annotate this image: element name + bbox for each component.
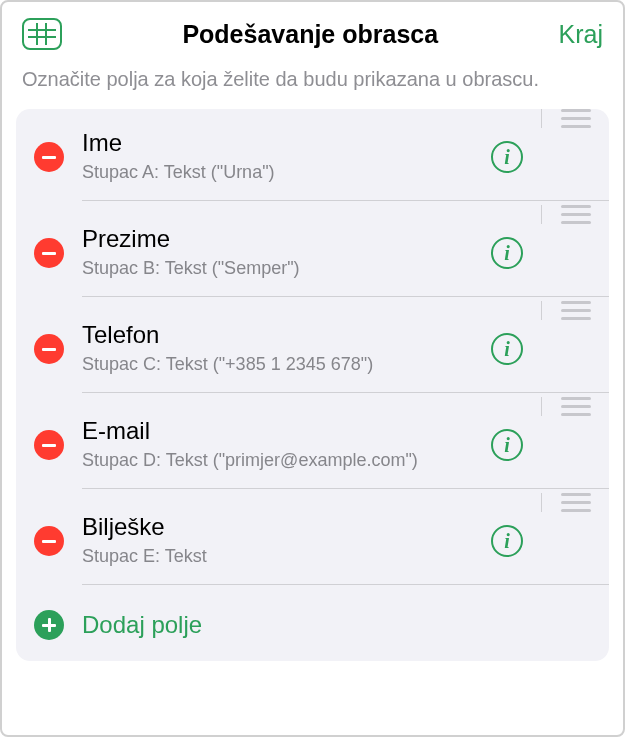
delete-button[interactable] (34, 526, 64, 556)
delete-button[interactable] (34, 142, 64, 172)
field-subtitle: Stupac A: Tekst ("Urna") (82, 161, 491, 184)
drag-handle-icon (561, 493, 591, 512)
field-subtitle: Stupac E: Tekst (82, 545, 491, 568)
field-row: E-mail Stupac D: Tekst ("primjer@example… (16, 397, 609, 493)
drag-handle[interactable] (541, 109, 609, 128)
drag-handle-icon (561, 397, 591, 416)
drag-handle[interactable] (541, 493, 609, 512)
add-field-button[interactable]: Dodaj polje (16, 589, 609, 661)
field-row: Telefon Stupac C: Tekst ("+385 1 2345 67… (16, 301, 609, 397)
table-icon-svg (28, 23, 56, 45)
field-content[interactable]: Ime Stupac A: Tekst ("Urna") (82, 113, 491, 200)
field-content[interactable]: E-mail Stupac D: Tekst ("primjer@example… (82, 401, 491, 488)
info-icon[interactable]: i (491, 525, 523, 557)
plus-icon (34, 610, 64, 640)
table-icon[interactable] (22, 18, 62, 50)
field-content[interactable]: Bilješke Stupac E: Tekst (82, 497, 491, 584)
info-icon[interactable]: i (491, 237, 523, 269)
field-row: Bilješke Stupac E: Tekst i (16, 493, 609, 589)
field-title: Telefon (82, 321, 491, 349)
field-subtitle: Stupac C: Tekst ("+385 1 2345 678") (82, 353, 491, 376)
field-subtitle: Stupac B: Tekst ("Semper") (82, 257, 491, 280)
header-toolbar: Podešavanje obrasca Kraj (2, 2, 623, 58)
field-row: Ime Stupac A: Tekst ("Urna") i (16, 109, 609, 205)
info-icon[interactable]: i (491, 333, 523, 365)
field-title: Prezime (82, 225, 491, 253)
info-icon[interactable]: i (491, 141, 523, 173)
field-content[interactable]: Telefon Stupac C: Tekst ("+385 1 2345 67… (82, 305, 491, 392)
field-title: E-mail (82, 417, 491, 445)
svg-rect-0 (29, 24, 55, 44)
drag-handle[interactable] (541, 397, 609, 416)
delete-button[interactable] (34, 430, 64, 460)
field-title: Ime (82, 129, 491, 157)
field-subtitle: Stupac D: Tekst ("primjer@example.com") (82, 449, 491, 472)
drag-handle[interactable] (541, 205, 609, 224)
field-content[interactable]: Prezime Stupac B: Tekst ("Semper") (82, 209, 491, 296)
fields-list: Ime Stupac A: Tekst ("Urna") i Prezime S… (16, 109, 609, 661)
drag-handle[interactable] (541, 301, 609, 320)
drag-handle-icon (561, 301, 591, 320)
field-row: Prezime Stupac B: Tekst ("Semper") i (16, 205, 609, 301)
instruction-text: Označite polja za koja želite da budu pr… (2, 58, 623, 109)
delete-button[interactable] (34, 238, 64, 268)
info-icon[interactable]: i (491, 429, 523, 461)
done-button[interactable]: Kraj (559, 20, 603, 49)
add-field-label: Dodaj polje (82, 611, 202, 639)
drag-handle-icon (561, 109, 591, 128)
delete-button[interactable] (34, 334, 64, 364)
page-title: Podešavanje obrasca (62, 20, 559, 49)
drag-handle-icon (561, 205, 591, 224)
field-title: Bilješke (82, 513, 491, 541)
